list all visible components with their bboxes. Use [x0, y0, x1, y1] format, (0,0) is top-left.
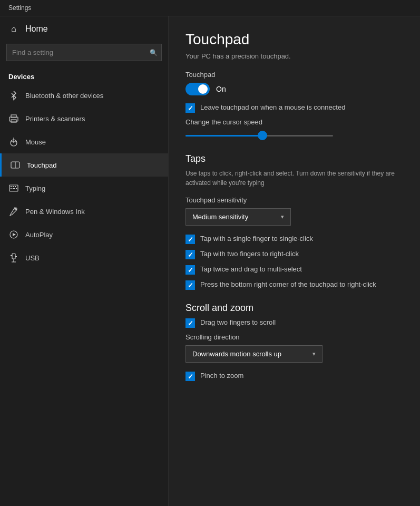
tap-two-fingers-checkbox[interactable] — [185, 250, 195, 259]
sidebar-item-usb[interactable]: USB — [0, 246, 168, 269]
page-title: Touchpad — [185, 31, 403, 48]
tap-twice-drag-checkbox[interactable] — [185, 265, 195, 275]
mouse-icon — [8, 137, 19, 147]
sidebar: ⌂ Home 🔍 Devices Bluetooth & other devic… — [0, 16, 169, 506]
taps-description: Use taps to click, right-click and selec… — [185, 169, 403, 188]
title-bar: Settings — [0, 0, 420, 16]
drag-two-fingers-label: Drag two fingers to scroll — [200, 318, 276, 327]
main-layout: ⌂ Home 🔍 Devices Bluetooth & other devic… — [0, 16, 420, 506]
sidebar-home-label: Home — [25, 24, 48, 34]
scrolling-direction-dropdown[interactable]: Downwards motion scrolls up ▾ — [185, 345, 323, 363]
sidebar-item-pen[interactable]: Pen & Windows Ink — [0, 200, 168, 223]
svg-marker-18 — [13, 233, 16, 236]
cursor-speed-section: Change the cursor speed — [185, 118, 403, 141]
sidebar-item-typing[interactable]: Typing — [0, 177, 168, 200]
bluetooth-icon — [8, 90, 19, 101]
taps-section-header: Taps — [185, 153, 403, 164]
sidebar-item-autoplay[interactable]: AutoPlay — [0, 223, 168, 246]
tap-single-finger-label: Tap with a single finger to single-click — [200, 234, 313, 244]
sidebar-item-printers[interactable]: Printers & scanners — [0, 107, 168, 130]
sidebar-pen-label: Pen & Windows Ink — [25, 208, 85, 216]
slider-track — [185, 135, 333, 137]
toggle-row: On — [185, 83, 403, 95]
slider-container — [185, 130, 403, 141]
sidebar-usb-label: USB — [25, 254, 40, 262]
app-title: Settings — [8, 4, 31, 12]
tap-two-fingers-row: Tap with two fingers to right-click — [185, 249, 403, 259]
content-area: Touchpad Your PC has a precision touchpa… — [169, 16, 420, 506]
tap-twice-drag-row: Tap twice and drag to multi-select — [185, 265, 403, 275]
scrolling-direction-value: Downwards motion scrolls up — [192, 350, 281, 358]
page-subtitle: Your PC has a precision touchpad. — [185, 52, 403, 60]
cursor-speed-label: Change the cursor speed — [185, 118, 403, 126]
sensitivity-dropdown[interactable]: Medium sensitivity ▾ — [185, 208, 291, 226]
printer-icon — [8, 113, 19, 124]
scroll-zoom-header: Scroll and zoom — [185, 303, 403, 314]
cursor-speed-slider[interactable] — [258, 131, 267, 140]
svg-rect-11 — [13, 186, 14, 187]
sensitivity-value: Medium sensitivity — [192, 213, 248, 221]
drag-two-fingers-row: Drag two fingers to scroll — [185, 318, 403, 328]
svg-rect-15 — [16, 188, 17, 189]
pinch-zoom-checkbox[interactable] — [185, 372, 195, 381]
touchpad-section-label: Touchpad — [185, 71, 403, 79]
search-input[interactable] — [6, 44, 162, 61]
leave-touchpad-checkbox[interactable] — [185, 103, 195, 113]
press-bottom-right-row: Press the bottom right corner of the tou… — [185, 280, 403, 290]
press-bottom-right-checkbox[interactable] — [185, 280, 195, 290]
sidebar-bluetooth-label: Bluetooth & other devices — [25, 92, 103, 100]
svg-rect-10 — [11, 186, 12, 187]
tap-two-fingers-label: Tap with two fingers to right-click — [200, 249, 299, 259]
sidebar-section-devices: Devices — [0, 67, 168, 84]
typing-icon — [8, 183, 19, 193]
svg-rect-12 — [15, 186, 16, 187]
sidebar-touchpad-label: Touchpad — [27, 161, 56, 169]
autoplay-icon — [8, 229, 19, 240]
drag-two-fingers-checkbox[interactable] — [185, 318, 195, 328]
leave-touchpad-label: Leave touchpad on when a mouse is connec… — [200, 103, 345, 112]
toggle-on-label: On — [216, 85, 226, 93]
press-bottom-right-label: Press the bottom right corner of the tou… — [200, 280, 376, 289]
sidebar-item-bluetooth[interactable]: Bluetooth & other devices — [0, 84, 168, 107]
search-box: 🔍 — [6, 44, 162, 61]
sidebar-mouse-label: Mouse — [25, 138, 46, 146]
tap-twice-drag-label: Tap twice and drag to multi-select — [200, 265, 302, 274]
search-icon: 🔍 — [150, 49, 158, 56]
pinch-zoom-label: Pinch to zoom — [200, 371, 243, 381]
sidebar-typing-label: Typing — [25, 184, 45, 192]
svg-rect-13 — [11, 188, 12, 189]
tap-single-finger-checkbox[interactable] — [185, 235, 195, 244]
sidebar-autoplay-label: AutoPlay — [25, 231, 53, 239]
svg-rect-19 — [12, 254, 15, 259]
svg-rect-22 — [11, 255, 12, 256]
pinch-zoom-row: Pinch to zoom — [185, 371, 403, 381]
sensitivity-label: Touchpad sensitivity — [185, 196, 403, 204]
svg-rect-23 — [15, 256, 17, 257]
home-icon: ⌂ — [8, 24, 19, 34]
sidebar-item-touchpad[interactable]: Touchpad — [0, 153, 168, 177]
sensitivity-dropdown-arrow: ▾ — [281, 213, 284, 220]
leave-touchpad-checkbox-row: Leave touchpad on when a mouse is connec… — [185, 103, 403, 113]
pen-icon — [8, 206, 19, 217]
scrolling-direction-arrow: ▾ — [312, 351, 316, 357]
svg-rect-14 — [13, 188, 15, 189]
sidebar-printers-label: Printers & scanners — [25, 115, 85, 123]
scrolling-direction-label: Scrolling direction — [185, 333, 403, 341]
usb-icon — [8, 252, 19, 263]
slider-fill — [185, 135, 259, 137]
tap-single-finger-row: Tap with a single finger to single-click — [185, 234, 403, 244]
touchpad-toggle[interactable] — [185, 83, 210, 95]
sidebar-item-home[interactable]: ⌂ Home — [0, 16, 168, 42]
touchpad-icon — [10, 160, 21, 170]
sidebar-item-mouse[interactable]: Mouse — [0, 130, 168, 153]
